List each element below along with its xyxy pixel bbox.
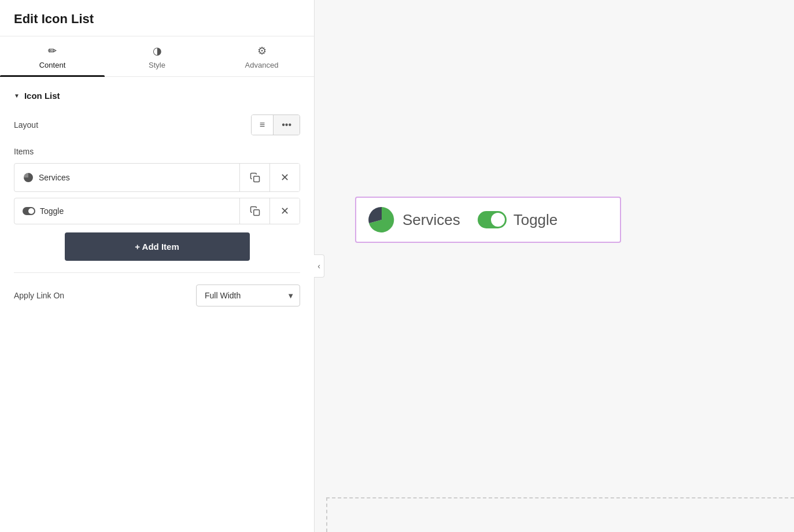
toggle-icon (23, 207, 35, 215)
section-arrow-icon: ▼ (14, 93, 20, 99)
section-title: Icon List (24, 91, 60, 101)
layout-grid-button[interactable]: ••• (274, 115, 300, 135)
style-tab-icon: ◑ (153, 45, 162, 57)
toggle-delete-button[interactable]: ✕ (269, 198, 300, 224)
tab-content-label: Content (39, 61, 66, 69)
toggle-icon-large (478, 211, 507, 228)
services-item-text: Services (14, 164, 239, 191)
apply-link-select[interactable]: Full Width Icon Only Text Only (196, 285, 300, 306)
right-canvas: Services Toggle (315, 0, 794, 532)
apply-link-select-wrapper: Full Width Icon Only Text Only ▼ (196, 285, 300, 306)
services-item-label: Services (39, 173, 70, 182)
preview-services-item: Services (368, 206, 460, 234)
toggle-item-text: Toggle (14, 198, 239, 224)
content-tab-icon: ✏ (48, 45, 57, 57)
svg-rect-0 (253, 176, 259, 182)
close-icon: ✕ (280, 205, 289, 217)
items-label: Items (14, 147, 300, 156)
tab-style-label: Style (149, 61, 165, 69)
preview-services-label: Services (402, 211, 460, 229)
advanced-tab-icon: ⚙ (257, 45, 267, 57)
list-item: Services ✕ (14, 163, 300, 192)
left-panel: Edit Icon List ✏ Content ◑ Style ⚙ Advan… (0, 0, 315, 532)
layout-buttons: ≡ ••• (251, 114, 300, 135)
svg-rect-1 (253, 210, 259, 216)
services-delete-button[interactable]: ✕ (269, 164, 300, 191)
tab-style[interactable]: ◑ Style (105, 36, 209, 76)
close-icon: ✕ (280, 171, 289, 184)
panel-content: ▼ Icon List Layout ≡ ••• Items Services (0, 77, 314, 532)
divider (14, 272, 300, 273)
apply-link-row: Apply Link On Full Width Icon Only Text … (14, 285, 300, 306)
preview-toggle-label: Toggle (514, 211, 558, 229)
apply-link-label: Apply Link On (14, 291, 64, 300)
layout-field-row: Layout ≡ ••• (14, 114, 300, 135)
layout-list-button[interactable]: ≡ (252, 115, 274, 135)
bottom-dashed-area (326, 497, 794, 532)
preview-toggle-item: Toggle (478, 211, 558, 229)
pie-chart-icon-large (368, 206, 396, 234)
toggle-duplicate-button[interactable] (239, 198, 269, 224)
section-header: ▼ Icon List (14, 91, 300, 101)
pie-chart-icon (23, 172, 34, 183)
layout-label: Layout (14, 120, 38, 130)
tab-advanced-label: Advanced (245, 61, 279, 69)
panel-title: Edit Icon List (0, 0, 314, 36)
tab-advanced[interactable]: ⚙ Advanced (209, 36, 314, 76)
add-item-button[interactable]: + Add Item (65, 232, 250, 261)
collapse-handle[interactable]: ‹ (314, 254, 324, 278)
list-item: Toggle ✕ (14, 198, 300, 224)
tab-content[interactable]: ✏ Content (0, 36, 105, 76)
tabs-bar: ✏ Content ◑ Style ⚙ Advanced (0, 36, 314, 77)
services-duplicate-button[interactable] (239, 164, 269, 191)
toggle-item-label: Toggle (40, 206, 64, 216)
preview-widget[interactable]: Services Toggle (355, 197, 621, 243)
